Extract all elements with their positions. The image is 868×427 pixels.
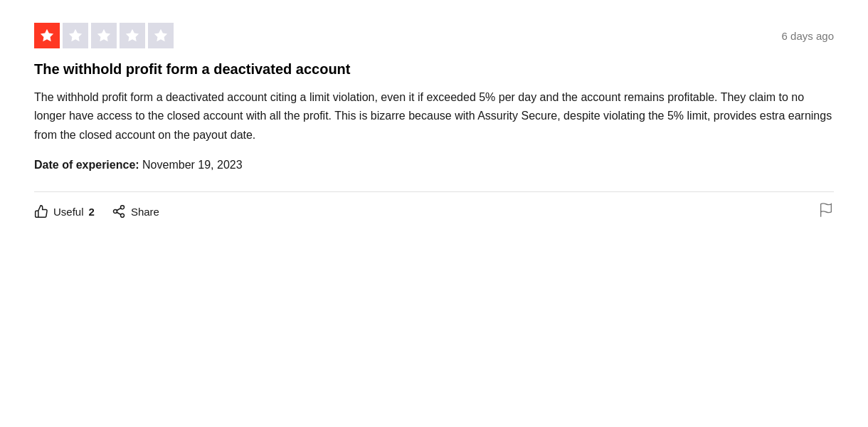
- svg-marker-0: [41, 29, 53, 41]
- review-card: 6 days ago The withhold profit form a de…: [0, 0, 868, 231]
- star-1: [34, 23, 60, 48]
- date-of-experience-label: Date of experience:: [34, 159, 139, 171]
- svg-marker-4: [154, 29, 167, 41]
- svg-point-6: [113, 210, 117, 214]
- review-title: The withhold profit form a deactivated a…: [34, 60, 834, 78]
- svg-point-5: [120, 206, 124, 209]
- share-label: Share: [131, 206, 159, 218]
- star-2: [63, 23, 88, 48]
- star-3: [91, 23, 117, 48]
- review-body: The withhold profit form a deactivated a…: [34, 88, 834, 144]
- flag-icon: [818, 202, 834, 221]
- svg-line-8: [117, 212, 121, 214]
- useful-button[interactable]: Useful 2: [34, 204, 95, 218]
- date-of-experience: Date of experience: November 19, 2023: [34, 159, 834, 172]
- review-header: 6 days ago: [34, 23, 834, 48]
- useful-label: Useful: [53, 206, 84, 218]
- svg-line-9: [117, 209, 121, 211]
- review-timestamp: 6 days ago: [782, 30, 834, 42]
- svg-marker-3: [126, 29, 139, 41]
- star-rating: [34, 23, 174, 48]
- share-button[interactable]: Share: [112, 204, 159, 218]
- svg-marker-1: [69, 29, 82, 41]
- svg-marker-2: [97, 29, 110, 41]
- flag-button[interactable]: [818, 202, 834, 221]
- star-4: [120, 23, 145, 48]
- thumbs-up-icon: [34, 204, 48, 218]
- date-of-experience-value: November 19, 2023: [142, 159, 243, 171]
- svg-point-7: [120, 214, 124, 218]
- review-footer: Useful 2 Share: [34, 191, 834, 231]
- useful-count: 2: [89, 206, 95, 218]
- star-5: [148, 23, 174, 48]
- share-icon: [112, 204, 126, 218]
